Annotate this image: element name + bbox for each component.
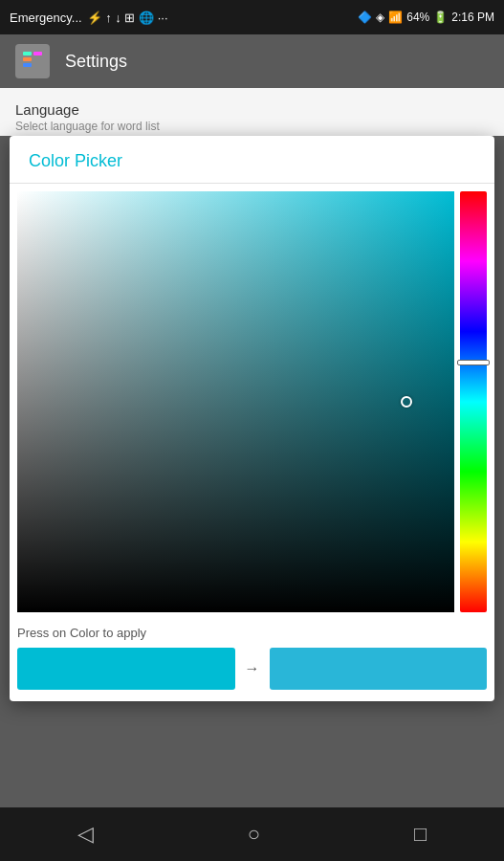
app-bar-title: Settings: [65, 52, 127, 72]
swatch-new[interactable]: [270, 648, 488, 690]
nfc-icon: ◈: [376, 11, 384, 24]
svg-rect-3: [33, 52, 42, 55]
status-left: Emergency... ⚡ ↑ ↓ ⊞ 🌐 ···: [10, 11, 168, 25]
status-bar: Emergency... ⚡ ↑ ↓ ⊞ 🌐 ··· 🔷 ◈ 📶 64% 🔋 2…: [0, 0, 504, 34]
hue-slider-track[interactable]: [460, 191, 487, 612]
status-right: 🔷 ◈ 📶 64% 🔋 2:16 PM: [358, 11, 494, 24]
hue-slider-container[interactable]: [460, 191, 487, 612]
recent-apps-button[interactable]: □: [385, 814, 455, 854]
battery-percent: 64%: [406, 11, 429, 24]
app-name-status: Emergency...: [10, 11, 82, 25]
home-button[interactable]: ○: [219, 814, 289, 854]
app-bar: Settings: [0, 34, 504, 88]
color-swatches: →: [10, 644, 494, 701]
svg-rect-1: [23, 57, 32, 61]
swatch-arrow: →: [235, 660, 270, 677]
swatch-current[interactable]: [17, 648, 235, 690]
color-picker-container[interactable]: [10, 184, 494, 620]
bottom-nav: ◁ ○ □: [0, 807, 504, 861]
battery-icon: 🔋: [433, 11, 448, 24]
language-subtitle: Select language for word list: [15, 120, 489, 133]
back-button[interactable]: ◁: [49, 814, 122, 854]
color-gradient-area[interactable]: [17, 191, 454, 612]
svg-rect-2: [23, 63, 32, 67]
time: 2:16 PM: [451, 11, 494, 24]
color-picker-dialog: Color Picker Press on Color to apply →: [10, 136, 494, 701]
svg-rect-0: [23, 52, 32, 55]
app-logo: [15, 44, 50, 78]
press-hint: Press on Color to apply: [10, 620, 494, 644]
status-icons: ⚡ ↑ ↓ ⊞ 🌐 ···: [87, 11, 168, 25]
dialog-title-bar: Color Picker: [10, 136, 494, 184]
bluetooth-icon: 🔷: [358, 11, 372, 24]
dialog-title: Color Picker: [29, 151, 122, 170]
language-title: Language: [15, 101, 489, 118]
gradient-brightness: [17, 191, 454, 612]
wifi-icon: 📶: [388, 11, 403, 24]
hue-thumb[interactable]: [457, 360, 490, 365]
